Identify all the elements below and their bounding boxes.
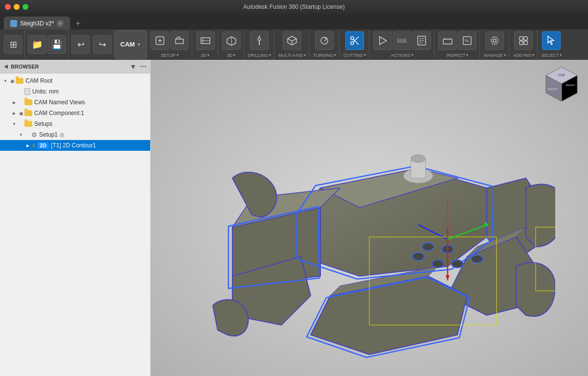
multiaxis-group: MULTI-AXIS ▾: [275, 30, 309, 59]
actions-group: G1 G2 ACTIONS ▾: [370, 30, 434, 59]
setup1-target-icon[interactable]: ◎: [60, 132, 65, 138]
2d-group: 2D ▾: [193, 30, 218, 59]
cam-label: CAM: [120, 41, 135, 48]
tab-label: Sleigh3D v2*: [20, 20, 54, 27]
cam-workspace-dropdown[interactable]: CAM ▼: [115, 30, 147, 59]
3d-label: 3D: [227, 53, 233, 58]
post-process-icon: G1 G2: [397, 37, 407, 45]
new-setup-button[interactable]: [151, 31, 169, 50]
cam-root-expand-icon[interactable]: ▼: [2, 79, 9, 83]
tab-close-button[interactable]: ×: [57, 20, 64, 27]
save-button[interactable]: 💾: [47, 35, 66, 54]
svg-line-14: [353, 39, 359, 45]
browser-header: ◀ BROWSER ▼ ⋯: [0, 60, 150, 73]
cutting-dropdown-arrow: ▾: [364, 53, 366, 57]
tree-item-cam-root[interactable]: ▼ ◉ CAM Root: [0, 75, 150, 86]
cam-root-eye-icon[interactable]: ◉: [9, 78, 16, 84]
active-tab[interactable]: Sleigh3D v2* ×: [4, 17, 70, 29]
measure-icon: [442, 35, 453, 46]
drilling-button[interactable]: [250, 31, 269, 50]
cutting-group: CUTTING ▾: [340, 30, 369, 59]
tree-item-units[interactable]: ▶ Units: mm: [0, 86, 150, 97]
turning-dropdown-arrow: ▾: [334, 53, 336, 57]
actions-dropdown-arrow: ▾: [411, 53, 413, 57]
nc-statistics-button[interactable]: %: [458, 31, 476, 50]
undo-button[interactable]: ↩: [71, 35, 90, 54]
named-views-folder-icon: [24, 99, 32, 105]
browser-panel: ◀ BROWSER ▼ ⋯ ▼ ◉ CAM Root ▶ Units: mm: [0, 60, 151, 376]
tree-item-cam-component[interactable]: ▶ ◉ CAM Component:1: [0, 108, 150, 118]
svg-marker-16: [380, 37, 386, 45]
3d-button[interactable]: [222, 31, 241, 50]
select-dropdown-arrow: ▾: [560, 53, 562, 57]
multiaxis-button[interactable]: [283, 31, 301, 50]
post-process-button[interactable]: G1 G2: [393, 31, 411, 50]
manage-button[interactable]: [485, 31, 504, 50]
turning-icon: [319, 35, 330, 46]
browser-collapse-button[interactable]: ▼: [130, 63, 136, 70]
manage-icon: [489, 35, 500, 46]
cam-root-folder-icon: [16, 78, 23, 84]
svg-text:%: %: [465, 38, 469, 43]
select-button[interactable]: [542, 31, 561, 50]
browser-collapse-arrow[interactable]: ◀: [4, 64, 8, 69]
simulate-button[interactable]: [373, 31, 392, 50]
simulate-icon: [377, 35, 388, 46]
redo-button[interactable]: ↪: [93, 35, 112, 54]
viewport[interactable]: TOP RIGHT FRONT: [151, 60, 588, 376]
svg-point-12: [351, 42, 354, 45]
inspect-group: % INSPECT ▾: [435, 30, 480, 59]
browser-title: BROWSER: [11, 64, 39, 70]
svg-marker-36: [548, 36, 554, 45]
svg-text:G1: G1: [397, 38, 401, 42]
tree-item-setup1[interactable]: ▼ ⚙ Setup1 ◎: [0, 129, 150, 140]
minimize-button[interactable]: [14, 4, 20, 10]
setup1-cog-icon: ⚙: [31, 131, 37, 139]
close-button[interactable]: [5, 4, 11, 10]
manage-label: MANAGE: [484, 53, 503, 58]
viewcube[interactable]: TOP RIGHT FRONT: [542, 65, 581, 104]
units-doc-icon: [24, 88, 30, 95]
named-views-expand-icon[interactable]: ▶: [11, 100, 18, 105]
drilling-icon: [254, 35, 265, 46]
contour1-type-badge: 2D: [37, 142, 49, 149]
svg-rect-32: [520, 37, 523, 40]
open-setup-button[interactable]: [170, 31, 189, 50]
addins-button[interactable]: [514, 31, 533, 50]
main-area: ◀ BROWSER ▼ ⋯ ▼ ◉ CAM Root ▶ Units: mm: [0, 60, 588, 376]
tree-item-named-views[interactable]: ▶ CAM Named Views: [0, 97, 150, 108]
setup-sheet-button[interactable]: [412, 31, 431, 50]
grid-button[interactable]: ⊞: [4, 35, 23, 54]
svg-marker-8: [258, 36, 261, 41]
cam-component-eye-icon[interactable]: ◉: [18, 111, 24, 116]
svg-rect-24: [443, 39, 452, 44]
tree-item-contour1[interactable]: ▶ ⚠ 2D [T1] 2D Contour1: [0, 140, 150, 151]
setup1-expand-icon[interactable]: ▼: [18, 133, 24, 137]
3d-dropdown-arrow: ▾: [233, 53, 235, 57]
turning-label: TURNING: [313, 53, 333, 58]
setups-expand-icon[interactable]: ▼: [11, 122, 18, 126]
svg-line-15: [353, 37, 359, 42]
maximize-button[interactable]: [23, 4, 28, 10]
svg-point-31: [493, 39, 496, 42]
svg-rect-34: [520, 41, 523, 45]
multiaxis-dropdown-arrow: ▾: [304, 53, 306, 57]
file-button[interactable]: 📁: [28, 35, 46, 54]
cam-component-folder-icon: [24, 110, 32, 116]
2d-button[interactable]: [196, 31, 215, 50]
multiaxis-icon: [287, 35, 297, 46]
cam-dropdown-arrow: ▼: [137, 42, 141, 47]
browser-menu-button[interactable]: ⋯: [139, 63, 146, 70]
cam-component-expand-icon[interactable]: ▶: [11, 111, 18, 116]
addins-icon: [518, 35, 529, 46]
measure-button[interactable]: [438, 31, 457, 50]
setup-group: SETUP ▾: [148, 30, 192, 59]
inspect-label: INSPECT: [446, 53, 465, 58]
cutting-icon: [349, 35, 360, 46]
new-tab-button[interactable]: +: [72, 18, 84, 29]
cutting-button[interactable]: [345, 31, 364, 50]
manage-group: MANAGE ▾: [481, 30, 509, 59]
turning-button[interactable]: [315, 31, 334, 50]
contour1-expand-icon[interactable]: ▶: [24, 143, 31, 148]
tree-item-setups[interactable]: ▼ Setups: [0, 118, 150, 129]
